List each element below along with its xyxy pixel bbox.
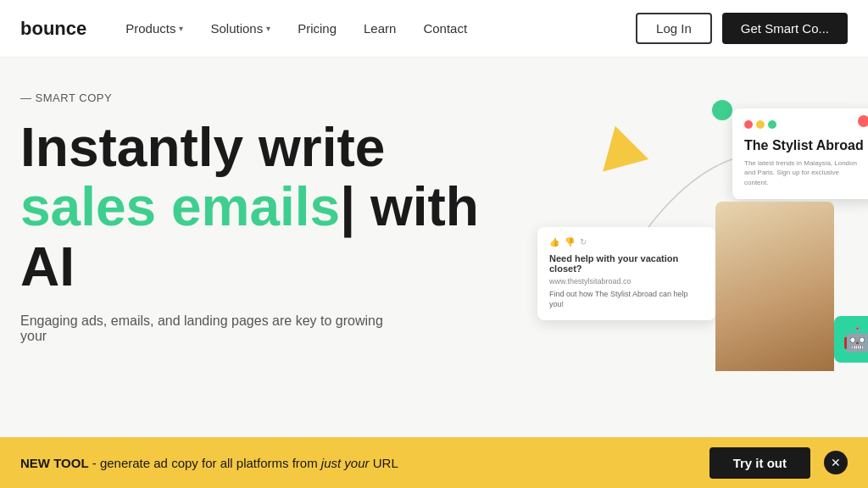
card-close-icon (858, 115, 868, 127)
card-dots (744, 120, 865, 129)
person-illustration (715, 202, 834, 371)
nav-item-solutions[interactable]: Solutions ▾ (198, 14, 282, 42)
person-image (715, 202, 834, 371)
hero-illustration: 👍 👎 ↻ Need help with your vacation close… (529, 75, 868, 371)
nav-actions: Log In Get Smart Co... (636, 13, 848, 44)
hero-headline-green: sales emails (20, 176, 340, 237)
thumb-down-icon: 👎 (565, 237, 575, 247)
nav-links: Products ▾ Solutions ▾ Pricing Learn Con… (114, 14, 636, 42)
banner-italic-text: just your (321, 456, 370, 470)
hero-subtitle: Engaging ads, emails, and landing pages … (20, 313, 410, 344)
get-smart-copy-button[interactable]: Get Smart Co... (722, 13, 848, 44)
stylist-card-title: The Stylist Abroad (744, 137, 865, 153)
chevron-down-icon: ▾ (179, 24, 183, 33)
email-card-url: www.thestylsitabroad.co (549, 277, 704, 286)
hero-headline-line1: Instantly write (20, 117, 385, 178)
stylist-card: The Stylist Abroad The latest trends in … (732, 108, 868, 199)
nav-products-label: Products (125, 21, 175, 36)
login-button[interactable]: Log In (636, 13, 712, 44)
dot-red (744, 120, 753, 129)
dot-yellow (756, 120, 765, 129)
bottom-banner: NEW TOOL - generate ad copy for all plat… (0, 437, 868, 488)
banner-text-end: URL (370, 456, 398, 470)
stylist-card-subtitle: The latest trends in Malaysia, London an… (744, 158, 865, 187)
email-card-question: Need help with your vacation closet? (549, 253, 704, 274)
banner-new-tool-label: NEW TOOL (20, 456, 89, 470)
dot-green (768, 120, 776, 129)
email-card-icons: 👍 👎 ↻ (549, 237, 704, 247)
logo[interactable]: bounce (20, 18, 86, 40)
email-card: 👍 👎 ↻ Need help with your vacation close… (537, 227, 715, 320)
robot-icon: 🤖 (834, 316, 868, 363)
circle-decoration (712, 100, 732, 120)
hero-section: — SMART COPY Instantly write sales email… (0, 58, 868, 437)
nav-item-products[interactable]: Products ▾ (114, 14, 195, 42)
thumb-up-icon: 👍 (549, 237, 559, 247)
nav-pricing-label: Pricing (298, 21, 337, 36)
navbar: bounce Products ▾ Solutions ▾ Pricing Le… (0, 0, 868, 58)
try-it-out-button[interactable]: Try it out (709, 447, 810, 479)
refresh-icon: ↻ (580, 237, 587, 247)
hero-title: Instantly write sales emails| with AI (20, 118, 529, 297)
chevron-down-icon: ▾ (266, 24, 270, 33)
banner-close-button[interactable]: ✕ (824, 451, 848, 474)
nav-learn-label: Learn (364, 21, 396, 36)
nav-item-learn[interactable]: Learn (352, 14, 408, 42)
nav-item-contact[interactable]: Contact (411, 14, 479, 42)
nav-solutions-label: Solutions (210, 21, 263, 36)
banner-text-middle: - generate ad copy for all platforms fro… (89, 456, 321, 470)
email-card-body: Find out how The Stylist Abroad can help… (549, 289, 704, 310)
banner-text: NEW TOOL - generate ad copy for all plat… (20, 456, 709, 470)
nav-contact-label: Contact (423, 21, 467, 36)
nav-item-pricing[interactable]: Pricing (286, 14, 348, 42)
logo-prefix: b (20, 18, 31, 39)
